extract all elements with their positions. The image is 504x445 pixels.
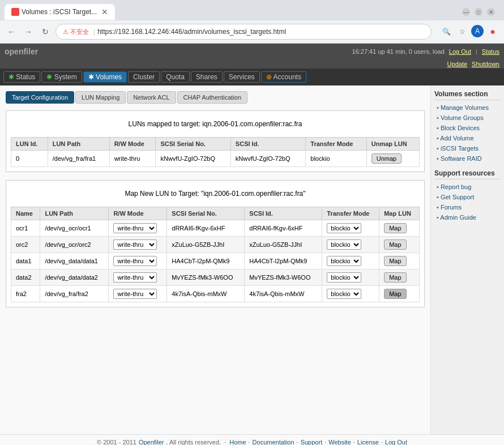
map-lun-cell: Map [379,253,420,269]
col-name: Name [11,207,40,220]
address-bar[interactable]: ⚠ 不安全 | https://192.168.142.246:446/admi… [55,24,432,40]
footer-brand[interactable]: Openfiler [139,439,164,446]
rw-mode-cell: write-thru write-back read-only [109,269,167,286]
sidebar-admin-guide[interactable]: Admin Guide [434,213,501,221]
col-transfer-mode-new: Transfer Mode [322,207,379,220]
footer-sep1: · [224,439,226,446]
transfer-mode-cell: blockio fileio [322,237,379,253]
sidebar-get-support[interactable]: Get Support [434,193,501,201]
footer-docs[interactable]: Documentation [253,439,294,446]
scsi-serial-cell: MvYEZS-fMk3-W6OO [167,269,245,286]
transfer-mode-select[interactable]: blockio fileio [327,239,361,250]
sidebar-block-devices[interactable]: Block Devices [434,124,501,132]
main-layout: Target Configuration LUN Mapping Network… [0,85,504,434]
maximize-button[interactable]: □ [475,8,482,16]
rw-mode-select[interactable]: write-thru write-back read-only [113,289,157,299]
map-lun-cell: Map [379,220,420,237]
mapped-luns-section: LUNs mapped to target: iqn.2006-01.com.o… [6,110,425,172]
lun-path-cell: /dev/vg_data/data2 [40,269,109,286]
alert-icon[interactable]: ● [486,25,499,38]
rw-mode-cell: write-thru [109,151,156,167]
name-cell: data2 [11,269,40,286]
rw-mode-select[interactable]: write-thru write-back read-only [113,239,157,250]
transfer-mode-select[interactable]: blockio fileio [327,256,361,266]
map-button[interactable]: Map [384,239,406,250]
scsi-id-cell: HA4CbT-l2pM-QMk9 [245,253,322,269]
rw-mode-select[interactable]: write-thru write-back read-only [113,256,157,266]
nav-shares[interactable]: Shares [191,71,223,83]
shutdown-link[interactable]: Shutdown [472,61,499,67]
footer-copyright: © 2001 - 2011 [97,439,136,446]
transfer-mode-select[interactable]: blockio fileio [327,272,361,283]
scsi-id-cell: MvYEZS-fMk3-W6OO [245,269,322,286]
nav-accounts[interactable]: ⊕ Accounts [261,71,306,83]
sidebar-report-bug[interactable]: Report bug [434,183,501,191]
profile-icon[interactable]: A [471,25,484,37]
search-icon[interactable]: 🔍 [439,25,453,38]
footer-license[interactable]: License [357,439,379,446]
col-lun-path-new: LUN Path [40,207,109,220]
tab-bar: Volumes : iSCSI Target... ✕ — □ ✕ [0,0,504,20]
tab-close-btn[interactable]: ✕ [101,7,108,16]
footer-support[interactable]: Support [301,439,323,446]
map-lun-cell: Map [379,286,420,302]
subnav-network-acl[interactable]: Network ACL [127,91,176,104]
volumes-section-title: Volumes section [434,90,501,100]
map-new-lun-section: Map New LUN to Target: "iqn.2006-01.com.… [6,180,425,307]
rw-mode-select[interactable]: write-thru write-back read-only [113,272,157,283]
sidebar-volume-groups[interactable]: Volume Groups [434,114,501,122]
scsi-serial-cell: HA4CbT-l2pM-QMk9 [167,253,245,269]
minimize-button[interactable]: — [462,8,470,16]
forward-button[interactable]: → [22,25,35,38]
footer-logout[interactable]: Log Out [385,439,407,446]
nav-bar: ✱ Status ✱ System ✱ Volumes Cluster Quot… [0,69,504,85]
window-controls: — □ ✕ [462,8,499,16]
table-row: ocr1 /dev/vg_ocr/ocr1 write-thru write-b… [11,220,420,237]
subnav-chap-auth[interactable]: CHAP Authentication [177,91,248,104]
name-cell: fra2 [11,286,40,302]
logout-link[interactable]: Log Out [449,48,471,55]
transfer-mode-select[interactable]: blockio fileio [327,223,361,233]
status-link[interactable]: Status [482,48,499,55]
nav-system[interactable]: ✱ System [41,71,82,83]
sidebar-software-raid[interactable]: Software RAID [434,155,501,162]
rw-mode-select[interactable]: write-thru write-back read-only [113,223,157,233]
sidebar-iscsi-targets[interactable]: iSCSI Targets [434,144,501,152]
lun-path-cell: /dev/vg_fra/fra2 [40,286,109,302]
bookmark-icon[interactable]: ☆ [455,25,469,38]
address-text: https://192.168.142.246:446/admin/volume… [97,28,286,36]
col-scsi-id: SCSI Id. [230,138,305,151]
table-row: fra2 /dev/vg_fra/fra2 write-thru write-b… [11,286,420,302]
map-lun-cell: Map [379,237,420,253]
map-button[interactable]: Map [384,272,406,283]
map-button[interactable]: Map [384,223,406,233]
footer-website[interactable]: Website [328,439,351,446]
nav-services[interactable]: Services [224,71,260,83]
sidebar-add-volume[interactable]: Add Volume [434,134,501,142]
nav-status[interactable]: ✱ Status [3,71,40,83]
map-button[interactable]: Map [384,256,406,266]
transfer-mode-cell: blockio fileio [322,253,379,269]
footer-home[interactable]: Home [229,439,246,446]
back-button[interactable]: ← [5,25,18,38]
name-cell: ocr1 [11,220,40,237]
update-link[interactable]: Update [447,61,467,67]
rw-mode-cell: write-thru write-back read-only [109,220,167,237]
nav-volumes[interactable]: ✱ Volumes [83,71,127,83]
sidebar-forums[interactable]: Forums [434,203,501,211]
subnav-target-config[interactable]: Target Configuration [6,91,74,104]
volumes-section: Volumes section Manage Volumes Volume Gr… [434,90,501,162]
lun-path-cell: /dev/vg_ocr/ocr1 [40,220,109,237]
close-button[interactable]: ✕ [487,8,495,16]
unmap-button[interactable]: Unmap [371,153,402,164]
transfer-mode-select[interactable]: blockio fileio [327,289,361,299]
refresh-button[interactable]: ↻ [39,25,52,38]
subnav-lun-mapping[interactable]: LUN Mapping [75,91,126,104]
map-button[interactable]: Map [384,289,406,299]
nav-quota[interactable]: Quota [161,71,190,83]
transfer-mode-cell: blockio [306,151,366,167]
name-cell: data1 [11,253,40,269]
nav-cluster[interactable]: Cluster [128,71,160,83]
sidebar-manage-volumes[interactable]: Manage Volumes [434,104,501,112]
active-tab[interactable]: Volumes : iSCSI Target... ✕ [5,4,115,20]
